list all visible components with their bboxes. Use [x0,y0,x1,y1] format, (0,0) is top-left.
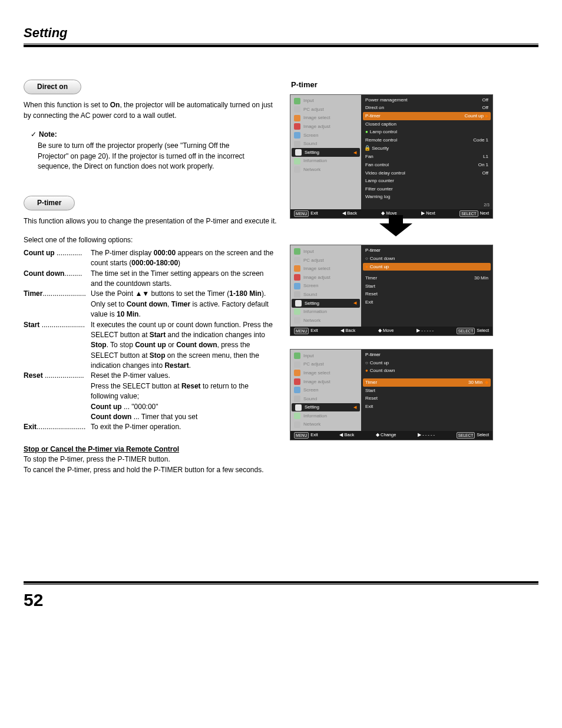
opt-label-countup: Count up [24,249,55,257]
osd-menu-row: Timer30 Min [364,274,490,282]
osd-menu-row: Filter counter [364,185,490,193]
osd-nav-item: Sound [290,394,361,403]
osd-nav-item: Image select [290,114,361,123]
osd-menu-row: Remote controlCode 1 [364,136,490,144]
osd-nav-item: Information [290,308,361,317]
osd-footer: MENU Exit ◀ Back ◆ Change ▶ - - - - - SE… [290,431,492,440]
osd-menu-row: 🔒 Security [364,144,490,153]
note-text: Be sure to turn off the projector proper… [38,141,262,172]
osd-menu-row: Direct onOff [364,104,490,112]
osd-menu-row: Video delay controlOff [364,169,490,177]
osd-nav-item: Input [290,97,361,106]
osd-menu-row: Closed caption [364,120,490,129]
osd-menu-row: Start [364,387,490,395]
osd-menu-row: ○Count down [364,255,490,263]
osd-nav-item: Image adjust [290,123,361,131]
osd-menu-row: P-timerCount up▶ [363,112,491,120]
opt-desc-timer: Use the Point ▲▼ buttons to set the Time… [91,289,277,319]
osd-nav-item: Screen [290,386,361,395]
osd-screenshot-3: InputPC adjustImage selectImage adjustSc… [290,349,493,440]
osd-nav-item: Setting◀ [292,299,360,308]
osd-menu-row: ●Count down [364,367,490,375]
opt-label-timer: Timer [24,289,42,298]
divider [24,581,538,584]
right-panel-title: P-timer [291,80,502,91]
note-block: Note: Be sure to turn off the projector … [31,130,277,172]
osd-menu-row: Timer30 Min◆ [363,378,491,387]
down-arrow-icon [379,223,412,236]
osd-nav-item: Input [290,247,361,256]
divider [24,45,538,47]
osd-nav-item: Information [290,411,361,420]
osd-nav-item: Screen [290,131,361,140]
osd-menu-row: Reset [364,394,490,403]
osd-nav-item: Image select [290,368,361,377]
osd-nav-item: PC adjust [290,105,361,114]
osd-menu-row: ●Count up [363,263,491,271]
divider [24,584,538,585]
osd-menu-row: Exit [364,298,490,307]
osd-footer: MENU Exit ◀ Back ◆ Move ▶ - - - - - SELE… [290,327,492,335]
osd-nav-item: Screen [290,282,361,291]
osd-menu-row: Power managementOff [364,96,490,104]
stop-cancel-line1: To stop the P-timer, press the P-TIMER b… [24,454,277,465]
stop-cancel-line2: To cancel the P-timer, press and hold th… [24,465,277,475]
osd-nav-item: Information [290,157,361,166]
osd-nav-item: Image adjust [290,273,361,282]
page-number: 52 [24,587,538,613]
osd-menu-row: FanL1 [364,153,490,161]
opt-desc-reset: Reset the P-timer values. Press the SELE… [91,371,277,422]
opt-desc-countup: The P-timer display 000:00 appears on th… [91,248,277,269]
osd-nav-item: Setting◀ [292,403,360,412]
note-label: Note: [31,130,277,140]
direct-on-paragraph: When this function is set to On, the pro… [24,100,277,121]
osd-nav-item: Network [290,316,361,325]
osd-nav-item: PC adjust [290,360,361,369]
heading-direct-on: Direct on [24,80,81,94]
opt-label-start: Start [24,321,39,329]
osd-nav-item: Sound [290,290,361,299]
opt-label-reset: Reset [24,371,43,380]
osd-nav-item: Network [290,165,361,174]
ptimer-intro: This function allows you to change the p… [24,216,277,226]
osd-screenshot-1: InputPC adjustImage selectImage adjustSc… [290,94,493,219]
osd-nav-item: Setting◀ [292,148,360,157]
osd-nav-item: Sound [290,140,361,149]
ptimer-select-line: Select one of the following options: [24,235,277,245]
osd-screenshot-2: InputPC adjustImage selectImage adjustSc… [290,245,493,336]
osd-nav-item: Image select [290,265,361,274]
opt-label-countdown: Count down [24,269,64,278]
osd-menu-row: Warning log [364,193,490,201]
osd-menu-row: Start [364,282,490,291]
osd-nav-item: Input [290,351,361,360]
opt-desc-start: It executes the count up or count down f… [91,320,277,371]
page-title: Setting [24,24,538,42]
osd-menu-row: Exit [364,403,490,411]
stop-cancel-heading: Stop or Cancel the P-timer via Remote Co… [24,444,277,454]
osd-nav-item: Network [290,420,361,429]
opt-desc-exit: To exit the P-timer operation. [91,422,277,432]
opt-desc-countdown: The time set in the Timer setting appear… [91,269,277,289]
divider [24,44,538,44]
osd-menu-row: Reset [364,290,490,298]
ptimer-options: Count up ............. The P-timer displ… [24,248,277,433]
osd-menu-row: Lamp counter [364,177,490,185]
osd-menu-row: Fan controlOn 1 [364,161,490,169]
heading-ptimer: P-timer [24,196,75,210]
osd-nav-item: Image adjust [290,377,361,386]
osd-menu-row: ○Count up [364,359,490,367]
osd-nav-item: PC adjust [290,256,361,265]
opt-label-exit: Exit [24,423,37,431]
osd-menu-row: ●Lamp control [364,128,490,136]
